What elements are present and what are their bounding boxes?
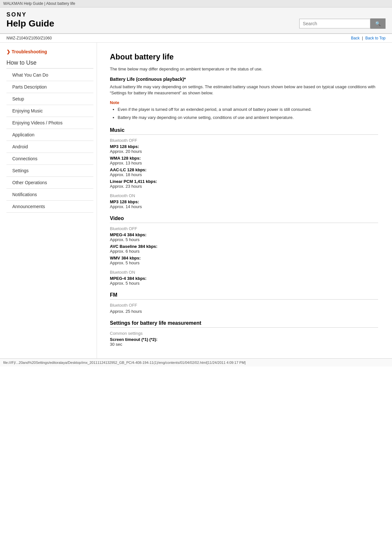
video-bt-off-label: Bluetooth OFF <box>110 226 378 231</box>
device-name: NWZ-Z1040/Z1050/Z1060 <box>6 36 52 40</box>
sony-logo: SONY <box>6 11 54 18</box>
music-aac-value: Approx. 18 hours <box>110 172 378 177</box>
sidebar-item-enjoying-videos[interactable]: Enjoying Videos / Photos <box>6 117 93 129</box>
how-to-use-heading: How to Use <box>6 59 93 69</box>
back-link[interactable]: Back <box>351 36 360 40</box>
main-layout: ❯ Troubleshooting How to Use What You Ca… <box>0 43 392 358</box>
help-guide-title: Help Guide <box>6 19 54 29</box>
settings-heading: Settings for battery life measurement <box>110 320 378 328</box>
sidebar: ❯ Troubleshooting How to Use What You Ca… <box>0 43 97 358</box>
sidebar-item-android[interactable]: Android <box>6 141 93 153</box>
browser-title-bar: WALKMAN Help Guide | About battery life <box>0 0 392 7</box>
note-heading: Note <box>110 100 378 105</box>
sidebar-item-announcements[interactable]: Announcements <box>6 201 93 213</box>
video-wmv-value: Approx. 5 hours <box>110 260 378 265</box>
music-mp3-label: MP3 128 kbps: <box>110 144 378 149</box>
common-settings-label: Common settings <box>110 331 378 336</box>
sidebar-item-notifications[interactable]: Notifications <box>6 189 93 201</box>
video-bt-on-mpeg4-value: Approx. 5 hours <box>110 281 378 286</box>
footer-text: file:///F|/...20and%20Settings/editorala… <box>3 361 246 365</box>
sidebar-item-parts-description[interactable]: Parts Description <box>6 81 93 93</box>
music-bt-on-label: Bluetooth ON <box>110 193 378 198</box>
music-heading: Music <box>110 127 378 135</box>
fm-bt-off-label: Bluetooth OFF <box>110 303 378 308</box>
sidebar-item-other-operations[interactable]: Other Operations <box>6 177 93 189</box>
music-lpcm-label: Linear PCM 1,411 kbps: <box>110 179 378 184</box>
back-to-top-link[interactable]: Back to Top <box>366 36 386 40</box>
note-item-1: Even if the player is turned off for an … <box>118 106 378 113</box>
video-bt-on-label: Bluetooth ON <box>110 270 378 275</box>
intro-text: The time below may differ depending on a… <box>110 67 378 71</box>
sidebar-item-what-you-can-do[interactable]: What You Can Do <box>6 69 93 81</box>
music-lpcm-value: Approx. 23 hours <box>110 184 378 189</box>
screen-timeout-label: Screen timeout (*1) (*2): <box>110 337 378 342</box>
page-footer: file:///F|/...20and%20Settings/editorala… <box>0 358 392 366</box>
video-mpeg4-label: MPEG-4 384 kbps: <box>110 232 378 237</box>
nav-links: Back | Back to Top <box>351 36 386 40</box>
music-wma-value: Approx. 13 hours <box>110 161 378 165</box>
video-heading: Video <box>110 216 378 223</box>
sidebar-item-application[interactable]: Application <box>6 129 93 141</box>
video-wmv-label: WMV 384 kbps: <box>110 256 378 260</box>
music-aac-label: AAC-LC 128 kbps: <box>110 167 378 172</box>
video-avc-value: Approx. 6 hours <box>110 249 378 254</box>
video-mpeg4-value: Approx. 5 hours <box>110 237 378 242</box>
chevron-right-icon: ❯ <box>6 49 10 54</box>
sidebar-item-setup[interactable]: Setup <box>6 93 93 105</box>
search-input[interactable] <box>299 19 370 28</box>
site-header: SONY Help Guide 🔍 <box>0 7 392 34</box>
music-wma-label: WMA 128 kbps: <box>110 156 378 161</box>
sidebar-item-enjoying-music[interactable]: Enjoying Music <box>6 105 93 117</box>
nav-separator: | <box>362 36 363 40</box>
fm-bt-off-value: Approx. 25 hours <box>110 309 378 314</box>
article-title: About battery life <box>110 52 378 61</box>
music-mp3-value: Approx. 20 hours <box>110 149 378 154</box>
fm-heading: FM <box>110 292 378 300</box>
search-button[interactable]: 🔍 <box>370 18 386 29</box>
music-bt-on-mp3-value: Approx. 14 hours <box>110 204 378 209</box>
troubleshooting-link[interactable]: ❯ Troubleshooting <box>6 49 93 54</box>
page-title-tab: WALKMAN Help Guide | About battery life <box>3 1 75 6</box>
main-content: About battery life The time below may di… <box>97 43 388 358</box>
note-list: Even if the player is turned off for an … <box>118 106 378 121</box>
music-bt-on-mp3-label: MP3 128 kbps: <box>110 199 378 204</box>
sidebar-item-connections[interactable]: Connections <box>6 153 93 165</box>
music-bt-off-label: Bluetooth OFF <box>110 138 378 143</box>
troubleshooting-label: Troubleshooting <box>12 49 47 54</box>
screen-timeout-value: 30 sec <box>110 342 378 347</box>
battery-life-body: Actual battery life may vary depending o… <box>110 84 378 96</box>
sub-header: NWZ-Z1040/Z1050/Z1060 Back | Back to Top <box>0 34 392 43</box>
battery-life-heading: Battery Life (continuous playback)* <box>110 77 378 82</box>
search-area: 🔍 <box>299 18 386 29</box>
video-avc-label: AVC Baseline 384 kbps: <box>110 244 378 249</box>
sidebar-item-settings[interactable]: Settings <box>6 165 93 177</box>
video-bt-on-mpeg4-label: MPEG-4 384 kbps: <box>110 276 378 281</box>
header-branding: SONY Help Guide <box>6 11 54 29</box>
note-item-2: Battery life may vary depending on volum… <box>118 114 378 121</box>
